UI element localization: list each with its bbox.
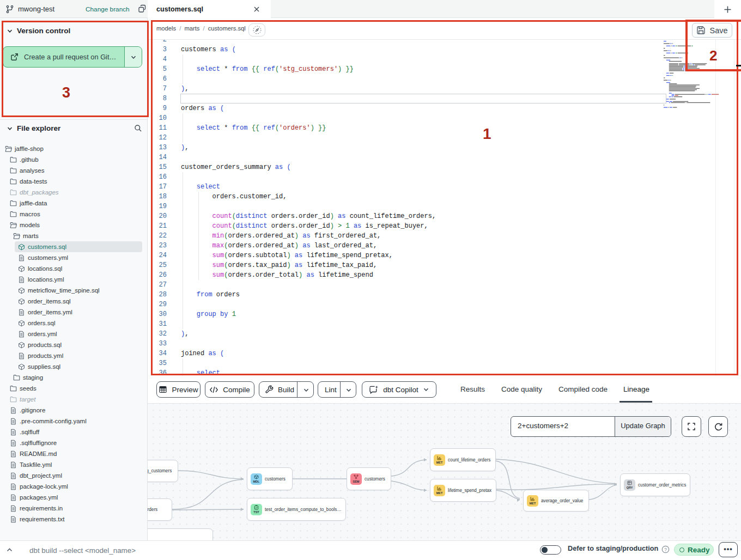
svg-text:?: ? xyxy=(664,547,667,552)
